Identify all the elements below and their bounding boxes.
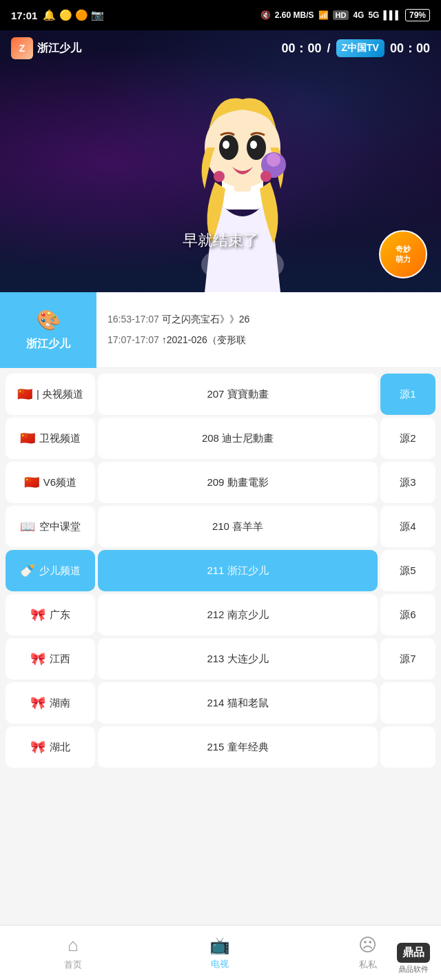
cat-hunan[interactable]: 🎀 湖南 — [6, 682, 95, 724]
cat-cctv[interactable]: 🇨🇳 | 央视频道 — [6, 374, 95, 415]
list-row-2: 🇨🇳 卫视频道 208 迪士尼動畫 源2 — [0, 418, 441, 459]
cat-satellite-icon: 🇨🇳 — [20, 431, 35, 446]
network-4g: 4G — [353, 10, 364, 20]
tv-icon: 📺 — [209, 936, 230, 955]
network-5g: 5G — [368, 10, 379, 20]
channel-213[interactable]: 213 大连少儿 — [98, 638, 378, 680]
channel-thumbnail[interactable]: 🎨 浙江少儿 — [0, 292, 96, 368]
cat-hunan-label: 湖南 — [50, 697, 70, 710]
brand-logo-text: 鼎品 — [402, 946, 424, 958]
status-bar-left: 17:01 🔔 🟡 🟠 📷 — [11, 9, 104, 21]
channel-208-label: 208 迪士尼動畫 — [202, 432, 274, 445]
channel-208[interactable]: 208 迪士尼動畫 — [98, 418, 378, 459]
cat-satellite-label: 卫视频道 — [39, 432, 81, 445]
channel-212[interactable]: 212 南京少儿 — [98, 594, 378, 635]
svg-point-6 — [250, 141, 257, 149]
source-6-btn[interactable]: 源6 — [380, 594, 435, 635]
signal-bars: ▌▌▌ — [383, 10, 401, 20]
svg-rect-12 — [234, 181, 251, 192]
cat-jiangxi[interactable]: 🎀 江西 — [6, 638, 95, 680]
cat-hunan-icon: 🎀 — [30, 695, 45, 711]
cat-hubei[interactable]: 🎀 湖北 — [6, 726, 95, 768]
channel-213-label: 213 大连少儿 — [207, 653, 268, 666]
schedule-time-1: 16:53-17:07 — [107, 314, 162, 325]
anime-character — [146, 58, 339, 292]
source-8-btn[interactable] — [380, 682, 435, 724]
cat-children[interactable]: 🍼 少儿频道 — [6, 550, 95, 591]
source-1-btn[interactable]: 源1 — [380, 374, 435, 415]
brand-name: 鼎品软件 — [398, 964, 429, 974]
channel-info-section: 🎨 浙江少儿 16:53-17:07 可之闪亮宝石》》26 17:07-17:0… — [0, 292, 441, 368]
source-3-label: 源3 — [400, 476, 416, 489]
svg-point-3 — [219, 135, 238, 160]
cat-jiangxi-label: 江西 — [50, 653, 70, 666]
channel-209-label: 209 動畫電影 — [207, 476, 268, 489]
nav-home[interactable]: ⌂ 首页 — [53, 929, 93, 977]
mute-icon: 🔇 — [260, 10, 271, 20]
video-top-bar: Z 浙江少儿 00：00 / Z中国TV 00：00 — [0, 30, 441, 66]
cat-guangdong-label: 广东 — [50, 609, 70, 622]
list-row-7: 🎀 江西 213 大连少儿 源7 — [0, 638, 441, 680]
channel-212-label: 212 南京少儿 — [207, 609, 268, 622]
channel-214[interactable]: 214 猫和老鼠 — [98, 682, 378, 724]
channel-211[interactable]: 211 浙江少儿 — [98, 550, 378, 591]
list-row-6: 🎀 广东 212 南京少儿 源6 — [0, 594, 441, 635]
channel-215-label: 215 童年经典 — [207, 741, 268, 754]
cat-hubei-label: 湖北 — [50, 741, 70, 754]
channel-207[interactable]: 207 寶寶動畫 — [98, 374, 378, 415]
source-4-btn[interactable]: 源4 — [380, 506, 435, 547]
cat-v6-icon: 🇨🇳 — [24, 475, 39, 490]
list-row-4: 📖 空中课堂 210 喜羊羊 源4 — [0, 506, 441, 547]
channel-210-label: 210 喜羊羊 — [212, 520, 263, 533]
tv-label: 电视 — [211, 958, 229, 970]
channel-215[interactable]: 215 童年经典 — [98, 726, 378, 768]
source-5-btn[interactable]: 源5 — [380, 550, 435, 591]
svg-point-10 — [214, 171, 225, 182]
status-time: 17:01 — [11, 10, 37, 21]
source-6-label: 源6 — [400, 609, 416, 622]
list-row-8: 🎀 湖南 214 猫和老鼠 — [0, 682, 441, 724]
cat-airclass-label: 空中课堂 — [39, 520, 81, 533]
network-speed: 2.60 MB/S — [275, 10, 314, 20]
timer-separator: / — [327, 41, 330, 56]
channel-list-container: 🇨🇳 | 央视频道 207 寶寶動畫 源1 🇨🇳 卫视频道 208 迪士尼動畫 … — [0, 368, 441, 776]
cat-guangdong-icon: 🎀 — [30, 607, 45, 622]
source-4-label: 源4 — [400, 520, 416, 533]
svg-point-5 — [223, 141, 229, 149]
schedule-item-1: 16:53-17:07 可之闪亮宝石》》26 — [107, 313, 430, 327]
cat-satellite[interactable]: 🇨🇳 卫视频道 — [6, 418, 95, 459]
source-7-btn[interactable]: 源7 — [380, 638, 435, 680]
list-row-5: 🍼 少儿频道 211 浙江少儿 源5 — [0, 550, 441, 591]
home-label: 首页 — [64, 959, 82, 971]
nav-tv[interactable]: 📺 电视 — [198, 930, 241, 976]
cat-guangdong[interactable]: 🎀 广东 — [6, 594, 95, 635]
notification-icons: 🔔 🟡 🟠 📷 — [43, 9, 104, 21]
source-2-label: 源2 — [400, 432, 416, 445]
channel-thumb-name: 浙江少儿 — [26, 337, 70, 351]
cat-jiangxi-icon: 🎀 — [30, 651, 45, 666]
source-2-btn[interactable]: 源2 — [380, 418, 435, 459]
source-3-btn[interactable]: 源3 — [380, 462, 435, 503]
status-bar-right: 🔇 2.60 MB/S 📶 HD 4G 5G ▌▌▌ 79% — [260, 9, 430, 21]
promo-badge: 奇妙 萌力 — [379, 230, 427, 278]
bottom-spacer — [0, 776, 441, 838]
channel-207-label: 207 寶寶動畫 — [207, 388, 268, 401]
meow-tv-logo: Z中国TV — [336, 39, 384, 57]
source-5-label: 源5 — [400, 564, 416, 578]
channel-209[interactable]: 209 動畫電影 — [98, 462, 378, 503]
current-time: 00：00 — [281, 40, 321, 57]
source-1-label: 源1 — [400, 388, 416, 401]
cat-v6[interactable]: 🇨🇳 V6频道 — [6, 462, 95, 503]
channel-name-label: 浙江少儿 — [37, 41, 81, 56]
video-player[interactable]: Z 浙江少儿 00：00 / Z中国TV 00：00 早就结束了 奇妙 萌力 — [0, 30, 441, 292]
user-label: 私私 — [359, 959, 377, 971]
cat-airclass[interactable]: 📖 空中课堂 — [6, 506, 95, 547]
wifi-icon: 📶 — [318, 10, 329, 20]
cat-children-label: 少儿频道 — [39, 564, 81, 578]
list-row-1: 🇨🇳 | 央视频道 207 寶寶動畫 源1 — [0, 374, 441, 415]
source-9-btn[interactable] — [380, 726, 435, 768]
list-row-3: 🇨🇳 V6频道 209 動畫電影 源3 — [0, 462, 441, 503]
channel-210[interactable]: 210 喜羊羊 — [98, 506, 378, 547]
nav-user[interactable]: ☹ 私私 — [347, 929, 388, 977]
channel-211-label: 211 浙江少儿 — [207, 564, 268, 578]
